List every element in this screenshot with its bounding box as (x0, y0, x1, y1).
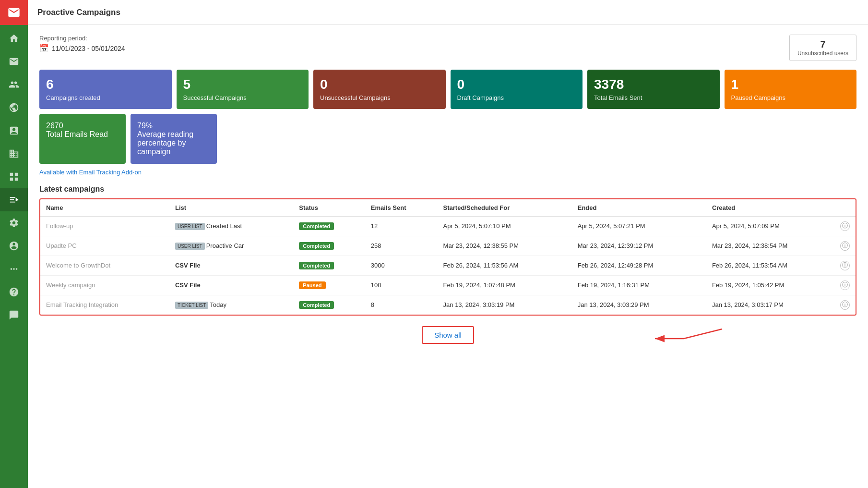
list-text: Today (210, 301, 226, 308)
stats-row-2: 2670Total Emails Read79%Average reading … (39, 114, 856, 164)
reporting-date-range[interactable]: 📅 11/01/2023 - 05/01/2024 (39, 44, 125, 53)
sidebar-item-chat[interactable] (0, 304, 28, 327)
list-badge: USER LIST (175, 243, 205, 250)
list-badge: USER LIST (175, 223, 205, 230)
stat-label: Successful Campaigns (183, 94, 302, 101)
stat-label: Draft Campaigns (457, 94, 576, 101)
table-column-header: Name (40, 199, 169, 217)
page-title: Proactive Campaigns (37, 8, 120, 17)
content-area: Reporting period: 📅 11/01/2023 - 05/01/2… (28, 25, 868, 488)
created-date: Feb 26, 2024, 11:53:54 AMⓘ (706, 256, 856, 275)
arrow-annotation (636, 324, 732, 348)
info-icon[interactable]: ⓘ (840, 261, 850, 270)
created-date-value: Apr 5, 2024, 5:07:09 PM (712, 222, 780, 230)
status-badge: Completed (299, 242, 334, 250)
list-text: Proactive Car (206, 242, 244, 249)
table-row: Welcome to GrowthDotCSV FileCompleted300… (40, 256, 856, 275)
status-badge: Completed (299, 262, 334, 269)
sidebar-item-help[interactable] (0, 281, 28, 304)
topbar: Proactive Campaigns (28, 0, 868, 25)
table-header-row: NameListStatusEmails SentStarted/Schedul… (40, 199, 856, 217)
stat-num: 5 (183, 77, 302, 92)
stat-card: 6Campaigns created (39, 70, 172, 109)
latest-campaigns-title: Latest campaigns (39, 185, 856, 194)
sidebar-item-home[interactable] (0, 27, 28, 50)
show-all-area: Show all (39, 316, 856, 349)
unsubscribed-label: Unsubscribed users (797, 50, 848, 57)
stat-num: 0 (457, 77, 576, 92)
campaign-name-link[interactable]: Weekly campaign (46, 281, 95, 289)
table-column-header: Started/Scheduled For (438, 199, 572, 217)
stat-label: Unsuccessful Campaigns (320, 94, 439, 101)
table-column-header: Status (293, 199, 365, 217)
created-date-value: Feb 19, 2024, 1:05:42 PM (712, 281, 784, 289)
info-icon[interactable]: ⓘ (840, 300, 850, 310)
campaigns-table: NameListStatusEmails SentStarted/Schedul… (40, 199, 856, 315)
stat-num: 0 (320, 77, 439, 92)
sidebar-item-building[interactable] (0, 142, 28, 165)
emails-sent: 3000 (365, 256, 438, 275)
started-date: Mar 23, 2024, 12:38:55 PM (438, 236, 572, 256)
table-column-header: Ended (572, 199, 706, 217)
main-content: Proactive Campaigns Reporting period: 📅 … (28, 0, 868, 488)
emails-sent: 8 (365, 295, 438, 315)
reporting-period: Reporting period: 📅 11/01/2023 - 05/01/2… (39, 35, 125, 53)
sidebar-item-apps[interactable] (0, 165, 28, 188)
unsubscribed-box: 7 Unsubscribed users (789, 35, 856, 61)
unsubscribed-count: 7 (797, 39, 848, 50)
stat-card: 1Paused Campaigns (725, 70, 857, 109)
campaign-name-link[interactable]: Upadte PC (46, 242, 77, 249)
sidebar-item-team[interactable] (0, 96, 28, 119)
table-row: Follow-upUSER LISTCreated LastCompleted1… (40, 216, 856, 236)
created-date: Apr 5, 2024, 5:07:09 PMⓘ (706, 217, 856, 236)
table-column-header: List (169, 199, 293, 217)
sidebar-item-reports[interactable] (0, 119, 28, 142)
stat-label: Average reading percentage by campaign (137, 130, 210, 156)
reporting-section: Reporting period: 📅 11/01/2023 - 05/01/2… (39, 35, 856, 61)
campaigns-table-wrapper: NameListStatusEmails SentStarted/Schedul… (39, 198, 856, 316)
started-date: Jan 13, 2024, 3:03:19 PM (438, 295, 572, 315)
sidebar (0, 0, 28, 488)
created-date: Mar 23, 2024, 12:38:54 PMⓘ (706, 236, 856, 256)
info-icon[interactable]: ⓘ (840, 221, 850, 231)
table-row: Email Tracking IntegrationTICKET LISTTod… (40, 295, 856, 315)
sidebar-item-contacts[interactable] (0, 73, 28, 96)
status-badge: Paused (299, 281, 325, 289)
created-date: Feb 19, 2024, 1:05:42 PMⓘ (706, 276, 856, 295)
info-icon[interactable]: ⓘ (840, 281, 850, 290)
email-tracking-link[interactable]: Available with Email Tracking Add-on (39, 169, 142, 176)
stat-card: 0Draft Campaigns (451, 70, 583, 109)
campaign-name-link[interactable]: Welcome to GrowthDot (46, 262, 110, 269)
list-text: Created Last (206, 222, 242, 230)
show-all-button[interactable]: Show all (422, 326, 474, 344)
stat-card-2: 79%Average reading percentage by campaig… (131, 114, 217, 164)
created-date-value: Jan 13, 2024, 3:03:17 PM (712, 301, 784, 308)
sidebar-item-dots[interactable] (0, 257, 28, 281)
sidebar-item-settings[interactable] (0, 211, 28, 234)
started-date: Feb 26, 2024, 11:53:56 AM (438, 256, 572, 275)
emails-sent: 258 (365, 236, 438, 256)
emails-sent: 100 (365, 275, 438, 295)
calendar-icon: 📅 (39, 44, 49, 53)
list-csv: CSV File (175, 262, 201, 269)
stat-num: 79% (137, 122, 210, 130)
stat-label: Total Emails Sent (594, 94, 713, 101)
ended-date: Mar 23, 2024, 12:39:12 PM (572, 236, 706, 256)
ended-date: Feb 19, 2024, 1:16:31 PM (572, 275, 706, 295)
ended-date: Apr 5, 2024, 5:07:21 PM (572, 216, 706, 236)
stat-num: 6 (46, 77, 165, 92)
sidebar-item-user-settings[interactable] (0, 234, 28, 257)
started-date: Feb 19, 2024, 1:07:48 PM (438, 275, 572, 295)
created-date-value: Mar 23, 2024, 12:38:54 PM (712, 242, 788, 249)
table-column-header: Created (706, 199, 856, 217)
info-icon[interactable]: ⓘ (840, 241, 850, 251)
ended-date: Feb 26, 2024, 12:49:28 PM (572, 256, 706, 275)
stat-num: 2670 (46, 122, 119, 130)
ended-date: Jan 13, 2024, 3:03:29 PM (572, 295, 706, 315)
campaign-name-link[interactable]: Email Tracking Integration (46, 301, 118, 308)
campaign-name-link[interactable]: Follow-up (46, 222, 73, 230)
table-row: Upadte PCUSER LISTProactive CarCompleted… (40, 236, 856, 256)
sidebar-item-mail[interactable] (0, 50, 28, 73)
sidebar-item-campaigns[interactable] (0, 188, 28, 211)
table-column-header: Emails Sent (365, 199, 438, 217)
